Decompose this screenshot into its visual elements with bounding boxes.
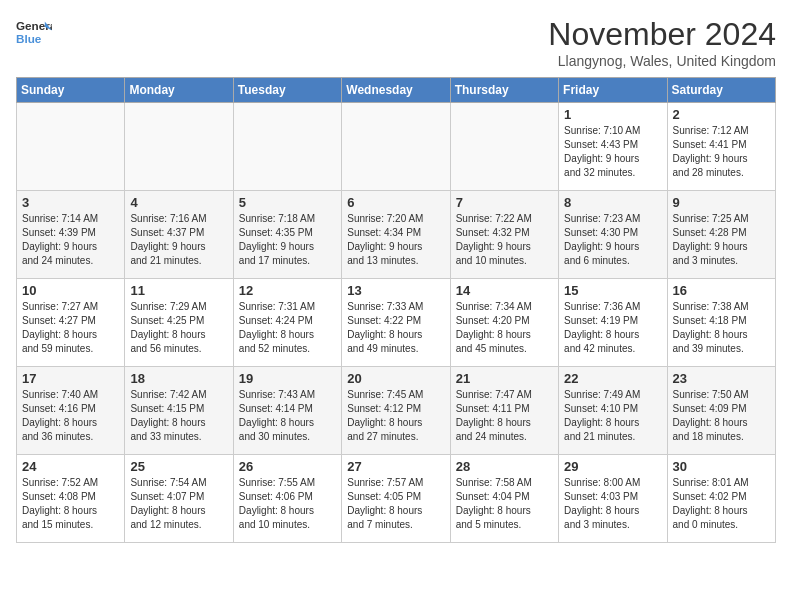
calendar-cell: 9Sunrise: 7:25 AM Sunset: 4:28 PM Daylig… (667, 191, 775, 279)
day-info: Sunrise: 7:47 AM Sunset: 4:11 PM Dayligh… (456, 388, 553, 444)
day-info: Sunrise: 7:16 AM Sunset: 4:37 PM Dayligh… (130, 212, 227, 268)
calendar-week-row: 10Sunrise: 7:27 AM Sunset: 4:27 PM Dayli… (17, 279, 776, 367)
day-number: 2 (673, 107, 770, 122)
calendar-cell: 12Sunrise: 7:31 AM Sunset: 4:24 PM Dayli… (233, 279, 341, 367)
logo-icon: GeneralBlue (16, 16, 52, 52)
logo: GeneralBlue (16, 16, 52, 52)
calendar-cell: 13Sunrise: 7:33 AM Sunset: 4:22 PM Dayli… (342, 279, 450, 367)
calendar-cell (233, 103, 341, 191)
day-number: 5 (239, 195, 336, 210)
day-number: 29 (564, 459, 661, 474)
calendar-cell (342, 103, 450, 191)
day-info: Sunrise: 7:20 AM Sunset: 4:34 PM Dayligh… (347, 212, 444, 268)
calendar-cell: 21Sunrise: 7:47 AM Sunset: 4:11 PM Dayli… (450, 367, 558, 455)
day-number: 8 (564, 195, 661, 210)
day-number: 18 (130, 371, 227, 386)
day-info: Sunrise: 7:10 AM Sunset: 4:43 PM Dayligh… (564, 124, 661, 180)
calendar-cell: 29Sunrise: 8:00 AM Sunset: 4:03 PM Dayli… (559, 455, 667, 543)
day-info: Sunrise: 7:55 AM Sunset: 4:06 PM Dayligh… (239, 476, 336, 532)
calendar-header-row: SundayMondayTuesdayWednesdayThursdayFrid… (17, 78, 776, 103)
calendar-cell: 4Sunrise: 7:16 AM Sunset: 4:37 PM Daylig… (125, 191, 233, 279)
day-info: Sunrise: 7:27 AM Sunset: 4:27 PM Dayligh… (22, 300, 119, 356)
day-number: 9 (673, 195, 770, 210)
day-number: 13 (347, 283, 444, 298)
col-header-tuesday: Tuesday (233, 78, 341, 103)
day-number: 4 (130, 195, 227, 210)
calendar-week-row: 24Sunrise: 7:52 AM Sunset: 4:08 PM Dayli… (17, 455, 776, 543)
day-info: Sunrise: 7:58 AM Sunset: 4:04 PM Dayligh… (456, 476, 553, 532)
day-number: 6 (347, 195, 444, 210)
day-info: Sunrise: 7:18 AM Sunset: 4:35 PM Dayligh… (239, 212, 336, 268)
calendar-cell: 15Sunrise: 7:36 AM Sunset: 4:19 PM Dayli… (559, 279, 667, 367)
calendar-cell: 25Sunrise: 7:54 AM Sunset: 4:07 PM Dayli… (125, 455, 233, 543)
day-number: 24 (22, 459, 119, 474)
day-info: Sunrise: 7:14 AM Sunset: 4:39 PM Dayligh… (22, 212, 119, 268)
month-title: November 2024 (548, 16, 776, 53)
col-header-sunday: Sunday (17, 78, 125, 103)
day-info: Sunrise: 7:54 AM Sunset: 4:07 PM Dayligh… (130, 476, 227, 532)
calendar-cell: 17Sunrise: 7:40 AM Sunset: 4:16 PM Dayli… (17, 367, 125, 455)
calendar-cell: 22Sunrise: 7:49 AM Sunset: 4:10 PM Dayli… (559, 367, 667, 455)
day-number: 1 (564, 107, 661, 122)
calendar-cell: 5Sunrise: 7:18 AM Sunset: 4:35 PM Daylig… (233, 191, 341, 279)
day-number: 14 (456, 283, 553, 298)
title-block: November 2024 Llangynog, Wales, United K… (548, 16, 776, 69)
calendar-cell: 27Sunrise: 7:57 AM Sunset: 4:05 PM Dayli… (342, 455, 450, 543)
col-header-monday: Monday (125, 78, 233, 103)
day-number: 23 (673, 371, 770, 386)
calendar-cell (125, 103, 233, 191)
day-info: Sunrise: 7:42 AM Sunset: 4:15 PM Dayligh… (130, 388, 227, 444)
day-number: 7 (456, 195, 553, 210)
day-info: Sunrise: 7:36 AM Sunset: 4:19 PM Dayligh… (564, 300, 661, 356)
day-info: Sunrise: 7:33 AM Sunset: 4:22 PM Dayligh… (347, 300, 444, 356)
day-number: 11 (130, 283, 227, 298)
col-header-wednesday: Wednesday (342, 78, 450, 103)
calendar-cell: 3Sunrise: 7:14 AM Sunset: 4:39 PM Daylig… (17, 191, 125, 279)
calendar-cell: 10Sunrise: 7:27 AM Sunset: 4:27 PM Dayli… (17, 279, 125, 367)
calendar-table: SundayMondayTuesdayWednesdayThursdayFrid… (16, 77, 776, 543)
calendar-cell (450, 103, 558, 191)
day-info: Sunrise: 8:01 AM Sunset: 4:02 PM Dayligh… (673, 476, 770, 532)
svg-text:Blue: Blue (16, 32, 42, 45)
col-header-friday: Friday (559, 78, 667, 103)
day-number: 28 (456, 459, 553, 474)
day-info: Sunrise: 7:31 AM Sunset: 4:24 PM Dayligh… (239, 300, 336, 356)
col-header-saturday: Saturday (667, 78, 775, 103)
day-info: Sunrise: 7:22 AM Sunset: 4:32 PM Dayligh… (456, 212, 553, 268)
day-info: Sunrise: 7:50 AM Sunset: 4:09 PM Dayligh… (673, 388, 770, 444)
day-number: 21 (456, 371, 553, 386)
day-info: Sunrise: 7:34 AM Sunset: 4:20 PM Dayligh… (456, 300, 553, 356)
day-info: Sunrise: 7:52 AM Sunset: 4:08 PM Dayligh… (22, 476, 119, 532)
calendar-cell: 2Sunrise: 7:12 AM Sunset: 4:41 PM Daylig… (667, 103, 775, 191)
day-number: 19 (239, 371, 336, 386)
day-info: Sunrise: 7:57 AM Sunset: 4:05 PM Dayligh… (347, 476, 444, 532)
day-info: Sunrise: 7:49 AM Sunset: 4:10 PM Dayligh… (564, 388, 661, 444)
page-header: GeneralBlue November 2024 Llangynog, Wal… (16, 16, 776, 69)
calendar-cell: 11Sunrise: 7:29 AM Sunset: 4:25 PM Dayli… (125, 279, 233, 367)
day-info: Sunrise: 7:25 AM Sunset: 4:28 PM Dayligh… (673, 212, 770, 268)
calendar-cell: 6Sunrise: 7:20 AM Sunset: 4:34 PM Daylig… (342, 191, 450, 279)
day-number: 26 (239, 459, 336, 474)
day-number: 15 (564, 283, 661, 298)
calendar-cell: 20Sunrise: 7:45 AM Sunset: 4:12 PM Dayli… (342, 367, 450, 455)
day-number: 3 (22, 195, 119, 210)
col-header-thursday: Thursday (450, 78, 558, 103)
day-number: 22 (564, 371, 661, 386)
calendar-cell (17, 103, 125, 191)
calendar-cell: 14Sunrise: 7:34 AM Sunset: 4:20 PM Dayli… (450, 279, 558, 367)
day-number: 16 (673, 283, 770, 298)
day-number: 10 (22, 283, 119, 298)
calendar-cell: 7Sunrise: 7:22 AM Sunset: 4:32 PM Daylig… (450, 191, 558, 279)
calendar-cell: 16Sunrise: 7:38 AM Sunset: 4:18 PM Dayli… (667, 279, 775, 367)
calendar-week-row: 3Sunrise: 7:14 AM Sunset: 4:39 PM Daylig… (17, 191, 776, 279)
day-info: Sunrise: 7:38 AM Sunset: 4:18 PM Dayligh… (673, 300, 770, 356)
day-info: Sunrise: 8:00 AM Sunset: 4:03 PM Dayligh… (564, 476, 661, 532)
location: Llangynog, Wales, United Kingdom (548, 53, 776, 69)
calendar-cell: 23Sunrise: 7:50 AM Sunset: 4:09 PM Dayli… (667, 367, 775, 455)
day-number: 27 (347, 459, 444, 474)
day-number: 17 (22, 371, 119, 386)
calendar-cell: 18Sunrise: 7:42 AM Sunset: 4:15 PM Dayli… (125, 367, 233, 455)
day-info: Sunrise: 7:29 AM Sunset: 4:25 PM Dayligh… (130, 300, 227, 356)
day-info: Sunrise: 7:12 AM Sunset: 4:41 PM Dayligh… (673, 124, 770, 180)
calendar-cell: 28Sunrise: 7:58 AM Sunset: 4:04 PM Dayli… (450, 455, 558, 543)
